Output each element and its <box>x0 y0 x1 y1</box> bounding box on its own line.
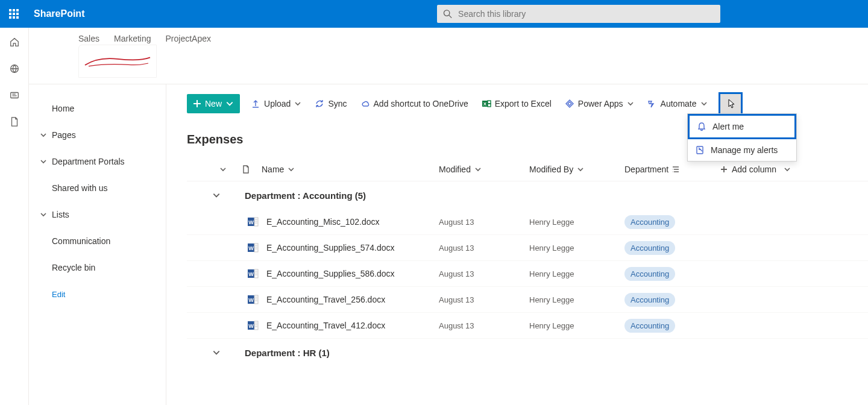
upload-button[interactable]: Upload <box>248 94 304 113</box>
chevron-down-icon <box>294 100 301 107</box>
svg-text:W: W <box>248 297 254 303</box>
file-table: Name Modified Modified By Department Add… <box>187 157 868 366</box>
table-row[interactable]: WE_Accounting_Supplies_574.docxAugust 13… <box>187 235 868 261</box>
svg-text:W: W <box>248 245 254 251</box>
alert-me-item[interactable]: Alert me <box>688 114 796 139</box>
sync-button[interactable]: Sync <box>312 94 349 113</box>
table-row[interactable]: WE_Accounting_Supplies_586.docxAugust 13… <box>187 261 868 287</box>
automate-button[interactable]: Automate <box>645 94 710 113</box>
table-row[interactable]: WE_Accounting_Misc_102.docxAugust 13Henr… <box>187 209 868 235</box>
add-column-button[interactable]: Add column <box>720 165 816 174</box>
group-header[interactable]: Department : Accounting (5) <box>187 181 868 209</box>
upload-icon <box>251 99 260 108</box>
group-header[interactable]: Department : HR (1) <box>187 339 868 366</box>
plus-icon <box>720 165 728 174</box>
file-modified: August 13 <box>439 218 529 227</box>
svg-rect-17 <box>488 101 491 104</box>
hub-nav: Sales Marketing ProjectApex <box>29 28 868 43</box>
file-name[interactable]: E_Accounting_Supplies_586.docx <box>262 269 439 278</box>
sitenav-edit[interactable]: Edit <box>29 281 161 307</box>
sitenav-lists[interactable]: Lists <box>29 201 161 228</box>
col-name[interactable]: Name <box>262 165 295 174</box>
svg-rect-18 <box>488 104 491 107</box>
chevron-down-icon <box>700 100 708 107</box>
sync-icon <box>315 99 324 108</box>
more-actions-button[interactable] <box>719 92 743 115</box>
svg-text:X: X <box>483 101 487 107</box>
svg-text:W: W <box>248 219 254 225</box>
svg-rect-6 <box>9 16 11 19</box>
file-modifiedby: Henry Legge <box>529 269 624 278</box>
suite-brand[interactable]: SharePoint <box>34 8 84 19</box>
manage-alerts-icon <box>695 145 705 155</box>
chevron-down-icon <box>40 131 48 139</box>
svg-rect-1 <box>13 9 15 11</box>
col-modifiedby[interactable]: Modified By <box>529 165 584 174</box>
svg-rect-46 <box>254 321 258 330</box>
sitenav-home[interactable]: Home <box>29 95 161 122</box>
department-tag: Accounting <box>624 267 675 281</box>
file-modified: August 13 <box>439 243 529 253</box>
sitenav-department-portals[interactable]: Department Portals <box>29 148 161 175</box>
onedrive-icon <box>360 99 370 108</box>
sitenav-recyclebin[interactable]: Recycle bin <box>29 254 161 281</box>
svg-rect-34 <box>254 269 258 278</box>
svg-rect-4 <box>13 13 15 15</box>
file-type-icon[interactable] <box>242 165 250 174</box>
department-tag: Accounting <box>624 241 675 255</box>
department-tag: Accounting <box>624 293 675 307</box>
file-name[interactable]: E_Accounting_Misc_102.docx <box>262 217 439 227</box>
rail-home-icon[interactable] <box>8 36 20 48</box>
word-document-icon: W <box>245 268 262 279</box>
rail-globe-icon[interactable] <box>8 63 20 75</box>
new-button[interactable]: New <box>187 94 240 113</box>
new-label: New <box>205 99 222 108</box>
chevron-down-icon <box>288 166 295 173</box>
chevron-down-icon <box>40 211 48 218</box>
svg-text:W: W <box>248 323 254 329</box>
table-row[interactable]: WE_Accounting_Travel_256.docxAugust 13He… <box>187 287 868 313</box>
chevron-down-icon[interactable] <box>219 166 227 173</box>
table-row[interactable]: WE_Accounting_Travel_412.docxAugust 13He… <box>187 313 868 339</box>
col-department[interactable]: Department <box>624 165 679 174</box>
search-icon <box>443 9 452 19</box>
file-modified: August 13 <box>439 295 529 304</box>
chevron-down-icon <box>40 158 48 165</box>
sitenav-shared[interactable]: Shared with us <box>29 175 161 201</box>
app-launcher-icon[interactable] <box>0 0 28 28</box>
file-name[interactable]: E_Accounting_Travel_256.docx <box>262 295 439 304</box>
file-name[interactable]: E_Accounting_Travel_412.docx <box>262 321 439 330</box>
powerapps-button[interactable]: Power Apps <box>562 94 637 113</box>
hub-nav-item[interactable]: Marketing <box>114 34 151 43</box>
file-modifiedby: Henry Legge <box>529 295 624 304</box>
department-tag: Accounting <box>624 215 675 229</box>
col-modified[interactable]: Modified <box>439 165 482 174</box>
svg-rect-3 <box>9 13 11 15</box>
file-modifiedby: Henry Legge <box>529 243 624 253</box>
chevron-down-icon <box>784 166 791 173</box>
svg-rect-19 <box>697 146 703 154</box>
word-document-icon: W <box>245 242 262 253</box>
cursor-icon <box>725 98 737 110</box>
chevron-down-icon <box>577 166 584 173</box>
department-tag: Accounting <box>624 319 675 333</box>
search-input[interactable] <box>458 9 714 19</box>
sitenav-pages[interactable]: Pages <box>29 122 161 148</box>
file-modified: August 13 <box>439 321 529 330</box>
hub-nav-item[interactable]: ProjectApex <box>166 34 211 43</box>
powerapps-icon <box>565 99 574 108</box>
site-logo[interactable] <box>78 45 157 78</box>
hub-nav-item[interactable]: Sales <box>78 34 99 43</box>
rail-news-icon[interactable] <box>8 89 20 101</box>
rail-file-icon[interactable] <box>8 116 20 128</box>
manage-alerts-item[interactable]: Manage my alerts <box>688 139 796 161</box>
search-box[interactable] <box>437 5 720 23</box>
add-shortcut-button[interactable]: Add shortcut to OneDrive <box>358 94 471 113</box>
svg-rect-40 <box>254 295 258 304</box>
export-excel-button[interactable]: X Export to Excel <box>479 94 554 113</box>
file-name[interactable]: E_Accounting_Supplies_574.docx <box>262 243 439 253</box>
chevron-down-icon <box>212 191 221 199</box>
sitenav-communication[interactable]: Communication <box>29 228 161 254</box>
svg-rect-22 <box>254 218 258 226</box>
chevron-down-icon <box>627 100 634 107</box>
